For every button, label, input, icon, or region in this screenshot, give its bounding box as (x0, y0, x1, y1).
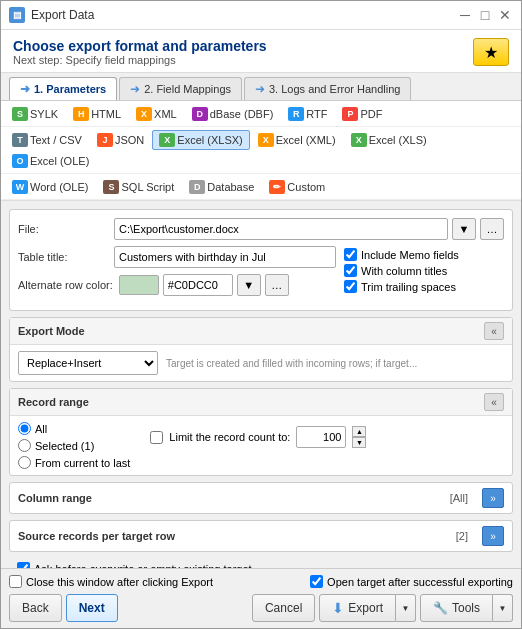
left-form: Table title: Alternate row color: ▼ … (18, 246, 336, 302)
format-sql[interactable]: S SQL Script (96, 177, 181, 197)
favorite-button[interactable]: ★ (473, 38, 509, 66)
export-mode-select[interactable]: Replace+Insert Insert Update Replace (18, 351, 158, 375)
format-rtf[interactable]: R RTF (281, 104, 334, 124)
file-path-input[interactable] (114, 218, 448, 240)
export-dropdown-button[interactable]: ▼ (396, 594, 416, 622)
text-icon: T (12, 133, 28, 147)
range-all[interactable]: All (18, 422, 130, 435)
close-button[interactable]: ✕ (497, 7, 513, 23)
column-range-value: [All] (450, 492, 468, 504)
export-button-group: ⬇ Export ▼ (319, 594, 416, 622)
column-range-nav[interactable]: » (482, 488, 504, 508)
format-text[interactable]: T Text / CSV (5, 130, 89, 150)
open-after-export-checkbox[interactable]: Open target after successful exporting (310, 575, 513, 588)
include-memo-input[interactable] (344, 248, 357, 261)
column-range-right: [All] » (450, 488, 504, 508)
range-from-current-input[interactable] (18, 456, 31, 469)
rtf-icon: R (288, 107, 304, 121)
color-more-button[interactable]: … (265, 274, 289, 296)
export-icon: ⬇ (332, 600, 344, 616)
file-row: File: ▼ … (18, 218, 504, 240)
source-records-nav[interactable]: » (482, 526, 504, 546)
sql-label: SQL Script (121, 181, 174, 193)
format-db[interactable]: D Database (182, 177, 261, 197)
xlse-icon: X (351, 133, 367, 147)
tab-logs-label: 3. Logs and Error Handling (269, 83, 400, 95)
trim-trailing-input[interactable] (344, 280, 357, 293)
limit-checkbox[interactable] (150, 431, 163, 444)
close-after-export-label: Close this window after clicking Export (26, 576, 213, 588)
spinner-down[interactable]: ▼ (352, 437, 366, 448)
page-title: Choose export format and parameters (13, 38, 267, 54)
cancel-button[interactable]: Cancel (252, 594, 315, 622)
format-sylk[interactable]: S SYLK (5, 104, 65, 124)
spinner-up[interactable]: ▲ (352, 426, 366, 437)
open-file-button[interactable]: … (480, 218, 504, 240)
limit-group: Limit the record count to: ▲ ▼ (150, 426, 504, 448)
range-from-current[interactable]: From current to last (18, 456, 130, 469)
export-mode-row: Replace+Insert Insert Update Replace Tar… (18, 351, 504, 375)
with-column-titles-checkbox[interactable]: With column titles (344, 264, 504, 277)
page-subtitle: Next step: Specify field mappings (13, 54, 267, 66)
open-after-export-input[interactable] (310, 575, 323, 588)
color-picker-group: ▼ … (119, 274, 289, 296)
xmle-label: Excel (XML) (276, 134, 336, 146)
file-input-group: ▼ … (114, 218, 504, 240)
source-records-label: Source records per target row (18, 530, 175, 542)
range-from-current-label: From current to last (35, 457, 130, 469)
with-column-titles-input[interactable] (344, 264, 357, 277)
export-button[interactable]: ⬇ Export (319, 594, 396, 622)
next-button[interactable]: Next (66, 594, 118, 622)
export-mode-collapse[interactable]: « (484, 322, 504, 340)
range-selected[interactable]: Selected (1) (18, 439, 130, 452)
range-selected-input[interactable] (18, 439, 31, 452)
back-button[interactable]: Back (9, 594, 62, 622)
export-mode-section: Export Mode « Replace+Insert Insert Upda… (9, 317, 513, 382)
format-pdf[interactable]: P PDF (335, 104, 389, 124)
format-ole[interactable]: O Excel (OLE) (5, 151, 96, 171)
color-dropdown-button[interactable]: ▼ (237, 274, 261, 296)
close-after-export-checkbox[interactable]: Close this window after clicking Export (9, 575, 213, 588)
tab-arrow-icon: ➜ (130, 82, 140, 96)
ole-icon: O (12, 154, 28, 168)
format-word[interactable]: W Word (OLE) (5, 177, 95, 197)
format-row-2: T Text / CSV J JSON X Excel (XLSX) X Exc… (1, 127, 521, 174)
color-input[interactable] (163, 274, 233, 296)
browse-button[interactable]: ▼ (452, 218, 476, 240)
range-all-input[interactable] (18, 422, 31, 435)
rtf-label: RTF (306, 108, 327, 120)
column-range-label: Column range (18, 492, 92, 504)
trim-trailing-checkbox[interactable]: Trim trailing spaces (344, 280, 504, 293)
minimize-button[interactable]: ─ (457, 7, 473, 23)
record-range-collapse[interactable]: « (484, 393, 504, 411)
record-range-radios: All Selected (1) From current to last (18, 422, 130, 469)
include-memo-label: Include Memo fields (361, 249, 459, 261)
limit-input[interactable] (296, 426, 346, 448)
format-xlse[interactable]: X Excel (XLS) (344, 130, 434, 150)
with-column-titles-label: With column titles (361, 265, 447, 277)
html-label: HTML (91, 108, 121, 120)
format-dbase[interactable]: D dBase (DBF) (185, 104, 281, 124)
export-mode-hint: Target is created and filled with incomi… (166, 358, 504, 369)
maximize-button[interactable]: □ (477, 7, 493, 23)
format-json[interactable]: J JSON (90, 130, 151, 150)
tab-parameters[interactable]: ➜ 1. Parameters (9, 77, 117, 100)
tools-dropdown-button[interactable]: ▼ (493, 594, 513, 622)
column-range-section: Column range [All] » (9, 482, 513, 514)
format-custom[interactable]: ✏ Custom (262, 177, 332, 197)
format-xmle[interactable]: X Excel (XML) (251, 130, 343, 150)
next-label: Next (79, 601, 105, 615)
table-title-input[interactable] (114, 246, 336, 268)
tab-logs[interactable]: ➜ 3. Logs and Error Handling (244, 77, 411, 100)
source-records-right: [2] » (456, 526, 504, 546)
format-html[interactable]: H HTML (66, 104, 128, 124)
record-range-title: Record range (18, 396, 89, 408)
tab-field-mappings[interactable]: ➜ 2. Field Mappings (119, 77, 242, 100)
tools-button[interactable]: 🔧 Tools (420, 594, 493, 622)
text-label: Text / CSV (30, 134, 82, 146)
format-xml[interactable]: X XML (129, 104, 184, 124)
include-memo-checkbox[interactable]: Include Memo fields (344, 248, 504, 261)
alt-color-row: Alternate row color: ▼ … (18, 274, 336, 296)
format-xlsx[interactable]: X Excel (XLSX) (152, 130, 249, 150)
close-after-export-input[interactable] (9, 575, 22, 588)
